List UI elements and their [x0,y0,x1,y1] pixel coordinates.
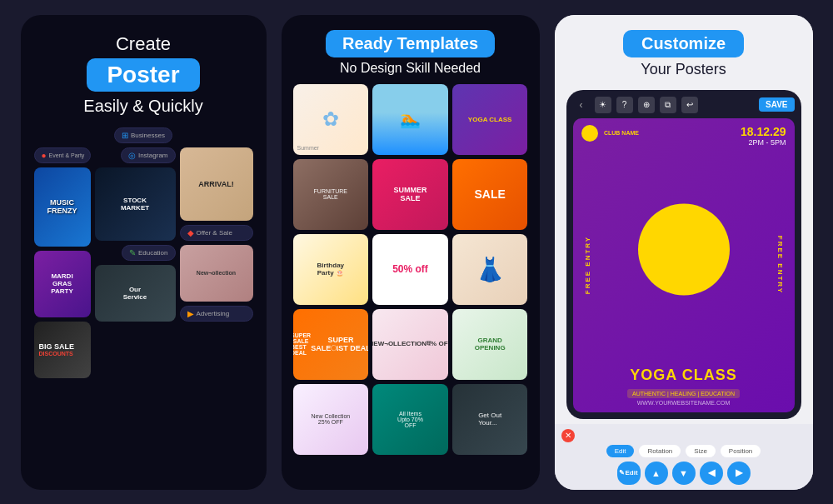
yoga-title: YOGA CLASS [581,367,786,384]
right-panel: Customize Your Posters ‹ ☀ ? ⊕ ⧉ ↩ SAVE [555,15,813,490]
bottom-toolbar: ✕ Edit Rotation Size Position ✎ Edit ▲ ▼… [555,424,813,490]
category-instagram[interactable]: ◎ Instagram [121,147,176,163]
thumb-newcol[interactable] [180,245,253,302]
yoga-website: WWW.YOURWEBSITENAME.COM [581,400,786,406]
thumb-arrival[interactable] [180,147,253,221]
tmpl-summer-sale[interactable]: SUMMERSALE [372,159,448,230]
yoga-poster: CLUB NAME 18.12.29 2PM - 5PM FREE ENTRY … [573,118,795,412]
up-btn[interactable]: ▲ [645,462,668,485]
yoga-poster-header: CLUB NAME 18.12.29 2PM - 5PM [573,118,795,147]
tmpl-getout[interactable] [452,384,528,455]
poster-date: 18.12.29 [741,125,786,138]
pencil-icon: ✎ [619,469,625,477]
tmpl-swim[interactable]: 🏊 [372,84,448,155]
category-offersale[interactable]: ◆ Offer & Sale [180,225,253,241]
club-name: CLUB NAME [581,125,639,147]
ad-icon: ▶ [187,309,194,318]
date-info: 18.12.29 2PM - 5PM [741,125,786,147]
copy-icon[interactable]: ⧉ [660,97,676,113]
tmpl-yoga[interactable] [452,84,528,155]
thumb-stock[interactable] [95,167,176,241]
tmpl-newcol2[interactable] [372,309,448,380]
phone-toolbar: ‹ ☀ ? ⊕ ⧉ ↩ SAVE [573,97,795,113]
edit-action-btn[interactable]: ✎ Edit [617,462,641,485]
tmpl-flower[interactable]: Summer ✿ [293,84,369,155]
biz-icon: ⊞ [122,131,128,140]
categories-top: ⊞ Businesses [114,127,172,143]
club-icon [581,125,598,142]
tmpl-birthday[interactable]: BirthdayParty 🎂 [293,234,369,305]
save-button[interactable]: SAVE [759,97,795,112]
category-education[interactable]: ✎ Education [122,245,176,261]
bottom-tabs: Edit Rotation Size Position [561,445,806,457]
edu-icon: ✎ [129,248,136,257]
category-event[interactable]: ● Event & Party [34,147,91,163]
thumb-bigsale[interactable]: BIG SALE DISCOUNTS [34,322,91,378]
thumb-our[interactable] [95,265,176,322]
template-grid: Summer ✿ 🏊 FURNITURESALE SUMMERSALE Birt… [293,84,528,455]
bottom-error-row: ✕ [561,429,806,442]
tab-size[interactable]: Size [686,445,716,457]
thumb-music[interactable] [34,167,91,247]
tmpl-furniture[interactable]: FURNITURESALE [293,159,369,230]
tab-edit[interactable]: Edit [606,445,635,457]
error-icon[interactable]: ✕ [561,429,575,442]
layers-icon[interactable]: ⊕ [638,97,655,113]
left-btn[interactable]: ◀ [700,462,723,485]
poster-badge: Poster [87,58,199,92]
event-icon: ● [42,151,47,160]
middle-panel: Ready Templates No Design Skill Needed S… [282,15,540,490]
thumbnail-grid: ● Event & Party BIG SALE DISCOUNTS ◎ Ins… [34,147,253,378]
thumb-mardi[interactable] [34,251,91,317]
yoga-poster-footer: YOGA CLASS AUTHENTIC | HEALING | EDUCATI… [573,362,795,412]
share-icon[interactable]: ☀ [595,97,611,113]
ig-icon: ◎ [128,151,136,160]
tmpl-50off[interactable]: 50% off [372,234,448,305]
yoga-subtitle: AUTHENTIC | HEALING | EDUCATION [627,389,740,398]
no-design-text: No Design Skill Needed [340,61,481,76]
category-businesses[interactable]: ⊞ Businesses [114,127,172,143]
main-container: Create Poster Easily & Quickly ⊞ Busines… [0,0,833,504]
customize-header: Customize Your Posters [555,15,813,85]
right-btn[interactable]: ▶ [727,462,751,485]
tagline: Easily & Quickly [83,97,202,116]
yoga-model-area [573,147,795,362]
tmpl-sale[interactable] [452,159,528,230]
tab-position[interactable]: Position [721,445,761,457]
your-posters-text: Your Posters [641,61,726,78]
poster-time: 2PM - 5PM [741,138,786,147]
category-advertising[interactable]: ▶ Advertising [180,306,253,322]
tmpl-grand[interactable] [452,309,528,380]
tmpl-newcol3[interactable]: New Collection25% OFF [293,384,369,455]
back-icon[interactable]: ‹ [573,97,590,113]
tmpl-model[interactable]: 👗 [452,234,528,305]
left-panel: Create Poster Easily & Quickly ⊞ Busines… [21,15,267,490]
create-label: Create [116,33,171,55]
offer-icon: ◆ [187,228,194,237]
yellow-circle [638,203,730,295]
down-btn[interactable]: ▼ [672,462,696,485]
tmpl-allitems[interactable] [372,384,448,455]
phone-mockup: ‹ ☀ ? ⊕ ⧉ ↩ SAVE CLUB NAME [566,90,801,419]
tab-rotation[interactable]: Rotation [639,445,681,457]
customize-badge: Customize [623,30,744,57]
bottom-actions: ✎ Edit ▲ ▼ ◀ ▶ [561,462,806,485]
tmpl-supersale[interactable]: SUPER SALE BEST DEAL [293,309,369,380]
help-icon[interactable]: ? [616,97,633,113]
undo-icon[interactable]: ↩ [681,97,698,113]
ready-badge: Ready Templates [326,30,495,57]
